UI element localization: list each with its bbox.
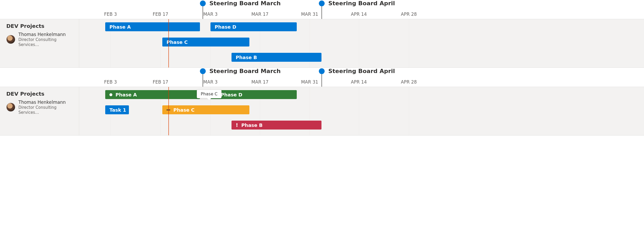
milestone[interactable]: Steering Board April: [319, 0, 395, 7]
axis-tick: APR 28: [401, 79, 417, 85]
task-bar-label: Task 1: [109, 107, 126, 113]
person[interactable]: Thomas HenkelmannDirector Consulting Ser…: [6, 32, 73, 47]
person-role: Director Consulting Services…: [18, 37, 73, 47]
milestone-pin-icon: [319, 1, 325, 6]
task-bar[interactable]: !Phase B: [232, 121, 321, 130]
milestone-label: Steering Board March: [209, 68, 281, 74]
row-left-panel: DEV ProjectsThomas HenkelmannDirector Co…: [0, 87, 79, 135]
person-name: Thomas Henkelmann: [18, 32, 73, 37]
avatar: [6, 103, 15, 112]
axis-tick: MAR 17: [251, 79, 268, 85]
milestone[interactable]: Steering Board March: [200, 0, 281, 7]
milestone-pin-icon: [319, 68, 325, 74]
task-bar-label: Phase A: [109, 24, 131, 30]
gantt-row: DEV ProjectsThomas HenkelmannDirector Co…: [0, 87, 644, 136]
task-bar[interactable]: Phase D: [210, 22, 297, 31]
axis-tick: MAR 31: [301, 12, 318, 17]
person[interactable]: Thomas HenkelmannDirector Consulting Ser…: [6, 100, 73, 115]
axis-tick: MAR 3: [203, 12, 218, 17]
axis-tick: FEB 17: [153, 12, 168, 17]
task-bar-label: Phase A: [115, 92, 137, 97]
milestone-pin-icon: [200, 68, 206, 74]
today-line: [168, 87, 169, 135]
task-bar[interactable]: Task 1: [105, 105, 129, 114]
axis-tick: MAR 17: [251, 12, 268, 17]
task-bar[interactable]: Phase B: [232, 53, 321, 62]
person-name: Thomas Henkelmann: [18, 100, 73, 105]
milestone-label: Steering Board March: [209, 0, 281, 7]
tooltip: Phase C: [197, 90, 222, 98]
axis-tick: MAR 3: [203, 79, 218, 85]
milestone[interactable]: Steering Board March: [200, 68, 281, 74]
task-bar[interactable]: Phase A: [105, 90, 200, 99]
axis-tick: APR 14: [351, 12, 367, 17]
task-bar[interactable]: Phase C: [162, 105, 249, 114]
task-bar-label: Phase B: [241, 122, 263, 128]
milestone-label: Steering Board April: [328, 0, 395, 7]
axis-tick: FEB 3: [104, 79, 117, 85]
axis-tick: APR 28: [401, 12, 417, 17]
axis-tick: MAR 31: [301, 79, 318, 85]
timeline-header: Steering Board MarchSteering Board April…: [0, 0, 644, 19]
row-left-panel: DEV ProjectsThomas HenkelmannDirector Co…: [0, 19, 79, 68]
task-bar[interactable]: Phase A: [105, 22, 200, 31]
milestone-pin-icon: [200, 1, 206, 6]
axis-tick: APR 14: [351, 79, 367, 85]
axis-tick: FEB 17: [153, 79, 168, 85]
task-bar[interactable]: Phase C: [162, 38, 249, 47]
timeline-header: Steering Board MarchSteering Board April…: [0, 68, 644, 87]
gantt-row: DEV ProjectsThomas HenkelmannDirector Co…: [0, 19, 644, 68]
today-line: [168, 19, 169, 68]
project-title: DEV Projects: [6, 23, 73, 29]
task-bar-label: Phase B: [236, 55, 257, 60]
avatar: [6, 35, 15, 44]
milestone-label: Steering Board April: [328, 68, 395, 74]
task-bar-label: Phase C: [173, 107, 195, 113]
milestone[interactable]: Steering Board April: [319, 68, 395, 74]
axis-tick: FEB 3: [104, 12, 117, 17]
task-bar-label: Phase D: [215, 24, 236, 30]
person-role: Director Consulting Services…: [18, 105, 73, 115]
status-on-track-icon: [109, 93, 112, 96]
project-title: DEV Projects: [6, 91, 73, 97]
task-bar-label: Phase D: [221, 92, 242, 97]
task-bar-label: Phase C: [167, 39, 188, 45]
task-bar[interactable]: Phase D: [210, 90, 297, 99]
status-at-risk-icon: !: [236, 122, 238, 128]
